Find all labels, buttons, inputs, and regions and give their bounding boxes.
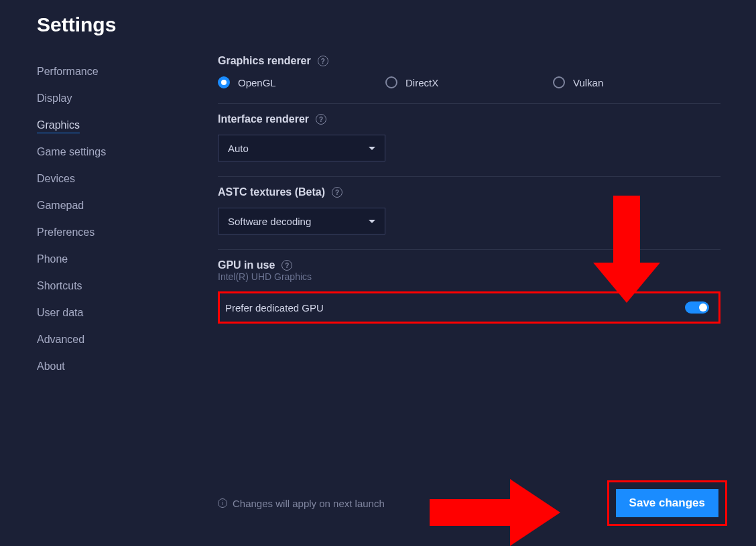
sidebar-item-preferences[interactable]: Preferences xyxy=(37,221,218,244)
astc-select[interactable]: Software decoding xyxy=(218,208,385,234)
help-icon[interactable]: ? xyxy=(316,114,326,125)
radio-icon xyxy=(553,76,565,88)
svg-marker-3 xyxy=(510,479,560,546)
sidebar-item-user-data[interactable]: User data xyxy=(37,301,218,324)
help-icon[interactable]: ? xyxy=(332,187,342,198)
help-icon[interactable]: ? xyxy=(281,260,292,271)
prefer-dedicated-gpu-label: Prefer dedicated GPU xyxy=(225,302,324,314)
sidebar-item-phone[interactable]: Phone xyxy=(37,248,218,271)
main-panel: Graphics renderer ? OpenGL DirectX xyxy=(218,55,727,546)
save-changes-button[interactable]: Save changes xyxy=(616,489,718,517)
select-value: Software decoding xyxy=(228,216,311,227)
section-graphics-renderer: Graphics renderer ? OpenGL DirectX xyxy=(218,55,720,104)
radio-label: Vulkan xyxy=(573,77,603,88)
astc-title: ASTC textures (Beta) xyxy=(218,186,325,198)
radio-label: OpenGL xyxy=(238,77,276,88)
radio-opengl[interactable]: OpenGL xyxy=(218,76,385,88)
sidebar-item-graphics[interactable]: Graphics xyxy=(37,114,218,137)
gpu-title: GPU in use xyxy=(218,259,275,271)
radio-directx[interactable]: DirectX xyxy=(385,76,553,88)
settings-sidebar: Performance Display Graphics Game settin… xyxy=(37,55,218,546)
section-interface-renderer: Interface renderer ? Auto xyxy=(218,104,720,177)
sidebar-item-gamepad[interactable]: Gamepad xyxy=(37,194,218,217)
radio-icon xyxy=(218,76,230,88)
interface-renderer-title: Interface renderer xyxy=(218,113,309,125)
footer-note-text: Changes will apply on next launch xyxy=(233,498,385,509)
svg-rect-0 xyxy=(613,196,640,263)
svg-rect-2 xyxy=(430,499,510,526)
sidebar-item-game-settings[interactable]: Game settings xyxy=(37,141,218,163)
radio-label: DirectX xyxy=(405,77,438,88)
help-icon[interactable]: ? xyxy=(318,56,328,66)
annotation-arrow-down-icon xyxy=(593,196,660,310)
sidebar-item-about[interactable]: About xyxy=(37,355,218,378)
sidebar-item-performance[interactable]: Performance xyxy=(37,60,218,83)
radio-icon xyxy=(385,76,397,88)
info-icon: i xyxy=(218,498,227,508)
graphics-renderer-title: Graphics renderer xyxy=(218,55,311,67)
annotation-arrow-right-icon xyxy=(430,479,564,546)
page-title: Settings xyxy=(37,13,719,36)
chevron-down-icon xyxy=(369,147,375,150)
sidebar-item-display[interactable]: Display xyxy=(37,87,218,110)
sidebar-item-advanced[interactable]: Advanced xyxy=(37,328,218,351)
sidebar-item-shortcuts[interactable]: Shortcuts xyxy=(37,275,218,297)
radio-vulkan[interactable]: Vulkan xyxy=(553,76,720,88)
prefer-dedicated-gpu-toggle[interactable] xyxy=(685,301,709,314)
sidebar-item-devices[interactable]: Devices xyxy=(37,167,218,190)
save-button-highlight: Save changes xyxy=(607,480,727,526)
chevron-down-icon xyxy=(369,220,375,223)
interface-renderer-select[interactable]: Auto xyxy=(218,135,385,161)
toggle-knob-icon xyxy=(699,303,707,312)
svg-marker-1 xyxy=(593,263,660,303)
select-value: Auto xyxy=(228,143,249,154)
